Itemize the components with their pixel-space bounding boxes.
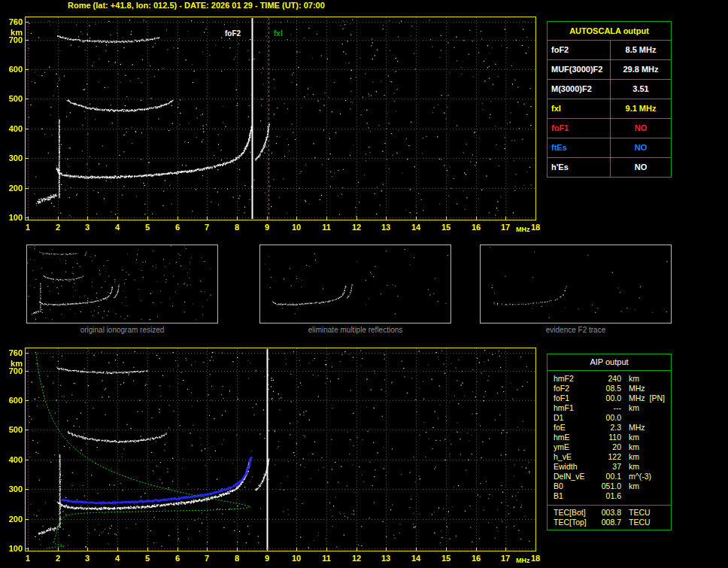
aip-param-unit: m^(-3) bbox=[629, 472, 651, 481]
aip-row-fof2: foF208.5MHz bbox=[548, 384, 671, 393]
autoscala-param-value: NO bbox=[611, 158, 671, 177]
thumbnail-caption-evidence: evidence F2 trace bbox=[480, 326, 672, 334]
aip-param-unit: MHz bbox=[629, 393, 645, 403]
aip-table-rows: hmF2240kmfoF208.5MHzfoF100.0MHz[PN]hmF1-… bbox=[548, 371, 671, 503]
thumbnail-evidence-f2-trace bbox=[480, 245, 672, 323]
aip-param-name: foF2 bbox=[554, 384, 596, 393]
x-tick-label: 2 bbox=[50, 554, 65, 563]
x-tick-label: 1 bbox=[20, 554, 35, 563]
aip-row-h-ve: h_vE122km bbox=[548, 452, 671, 462]
aip-table-tec-rows: TEC[Bot]003.8TECUTEC[Top]008.7TECU bbox=[548, 505, 671, 530]
ionogram-plot-bottom bbox=[25, 348, 536, 551]
autoscala-table-rows: foF28.5 MHzMUF(3000)F229.8 MHzM(3000)F23… bbox=[548, 41, 671, 177]
autoscala-row-fxi: fxI9.1 MHz bbox=[548, 99, 671, 119]
aip-param-value: 240 bbox=[596, 374, 621, 384]
x-tick-label: 15 bbox=[438, 554, 453, 563]
aip-param-value: 122 bbox=[596, 452, 621, 462]
aip-output-table: AIP output hmF2240kmfoF208.5MHzfoF100.0M… bbox=[547, 354, 672, 530]
aip-param-unit: km bbox=[629, 433, 639, 442]
y-tick-label: 600 bbox=[3, 65, 23, 74]
y-tick-label: 760 bbox=[3, 17, 23, 26]
aip-param-value: 051.0 bbox=[596, 481, 621, 491]
x-tick-label: 14 bbox=[408, 554, 423, 563]
x-tick-label: 6 bbox=[170, 223, 185, 232]
x-tick-label: 5 bbox=[140, 223, 155, 232]
x-tick-label: 17 bbox=[498, 223, 513, 232]
aip-param-extra: [PN] bbox=[650, 393, 665, 403]
aip-param-value: 01.6 bbox=[596, 491, 621, 501]
aip-row-ewidth: Ewidth37km bbox=[548, 462, 671, 472]
aip-param-unit: MHz bbox=[629, 423, 645, 433]
x-tick-label: 4 bbox=[110, 223, 125, 232]
autoscala-output-table: AUTOSCALA output foF28.5 MHzMUF(3000)F22… bbox=[547, 21, 672, 178]
x-tick-label: 6 bbox=[170, 554, 185, 563]
y-tick-label: 300 bbox=[3, 484, 23, 494]
autoscala-row-fof1: foF1NO bbox=[548, 119, 671, 138]
x-tick-label: 16 bbox=[469, 554, 484, 563]
x-tick-label: 13 bbox=[378, 223, 393, 232]
aip-param-value: 008.7 bbox=[596, 518, 621, 527]
autoscala-param-value: 9.1 MHz bbox=[611, 99, 671, 118]
y-tick-label: 500 bbox=[3, 94, 23, 103]
aip-param-name: D1 bbox=[554, 413, 596, 423]
x-tick-label: 14 bbox=[408, 223, 423, 232]
aip-param-name: TEC[Bot] bbox=[554, 508, 596, 518]
aip-param-unit: km bbox=[629, 403, 639, 413]
aip-param-unit: km bbox=[629, 374, 639, 384]
aip-param-name: TEC[Top] bbox=[554, 518, 596, 527]
x-tick-label: 4 bbox=[110, 554, 125, 563]
autoscala-row-ftes: ftEsNO bbox=[548, 138, 671, 158]
aip-param-value: 110 bbox=[596, 433, 621, 442]
autoscala-param-value: 3.51 bbox=[611, 80, 671, 99]
x-tick-label: 16 bbox=[469, 223, 484, 232]
thumbnail-original-ionogram bbox=[26, 245, 218, 323]
aip-param-unit: TECU bbox=[629, 518, 651, 527]
x-tick-label: 3 bbox=[80, 554, 95, 563]
aip-param-unit: km bbox=[629, 481, 639, 491]
marker-label-fof2: foF2 bbox=[223, 29, 242, 38]
x-tick-label: 12 bbox=[349, 554, 364, 563]
autoscala-param-value: 29.8 MHz bbox=[611, 60, 671, 79]
autoscala-param-value: NO bbox=[611, 138, 671, 157]
x-axis-unit-label: MHz bbox=[516, 556, 538, 565]
aip-param-name: foF1 bbox=[554, 393, 596, 403]
autoscala-row-muf-3000-f2: MUF(3000)F229.8 MHz bbox=[548, 60, 671, 80]
x-axis-unit-label: MHz bbox=[516, 225, 538, 234]
aip-param-value: 08.5 bbox=[596, 384, 621, 393]
x-tick-label: 9 bbox=[259, 554, 275, 563]
y-tick-label: 600 bbox=[3, 396, 23, 405]
y-tick-label: 300 bbox=[3, 153, 23, 163]
x-tick-label: 2 bbox=[50, 223, 65, 232]
x-tick-label: 7 bbox=[199, 554, 214, 563]
aip-row-foe: foE2.3MHz bbox=[548, 423, 671, 433]
aip-row-b1: B101.6 bbox=[548, 491, 671, 501]
y-tick-label: 500 bbox=[3, 425, 23, 434]
x-tick-label: 8 bbox=[229, 223, 244, 232]
y-tick-label: 760 bbox=[3, 348, 23, 357]
y-tick-label: 100 bbox=[3, 213, 23, 222]
aip-param-unit: km bbox=[629, 442, 639, 452]
autoscala-row-fof2: foF28.5 MHz bbox=[548, 41, 671, 60]
aip-table-title: AIP output bbox=[548, 354, 671, 371]
x-tick-label: 5 bbox=[140, 554, 155, 563]
thumbnail-eliminate-reflections bbox=[259, 245, 451, 323]
aip-param-value: 37 bbox=[596, 462, 621, 472]
autoscala-param-label: ftEs bbox=[548, 138, 611, 157]
thumbnail-caption-eliminate: eliminate multiple reflections bbox=[259, 326, 451, 334]
aip-param-name: h_vE bbox=[554, 452, 596, 462]
autoscala-param-value: 8.5 MHz bbox=[611, 41, 671, 59]
y-axis-unit-label: km bbox=[3, 28, 23, 37]
autoscala-param-label: foF1 bbox=[548, 119, 611, 138]
aip-row-hmf1: hmF1---km bbox=[548, 403, 671, 413]
thumbnail-caption-original: original ionogram resized bbox=[26, 326, 218, 334]
aip-param-name: Ewidth bbox=[554, 462, 596, 472]
y-axis-unit-label: km bbox=[3, 359, 23, 368]
aip-param-value: 00.0 bbox=[596, 413, 621, 423]
aip-row-fof1: foF100.0MHz[PN] bbox=[548, 393, 671, 403]
x-tick-label: 11 bbox=[319, 223, 334, 232]
aip-param-unit: MHz bbox=[629, 384, 645, 393]
x-tick-label: 11 bbox=[319, 554, 334, 563]
aip-row-yme: ymE20km bbox=[548, 442, 671, 452]
aip-param-name: hmF1 bbox=[554, 403, 596, 413]
autoscala-param-value: NO bbox=[611, 119, 671, 138]
